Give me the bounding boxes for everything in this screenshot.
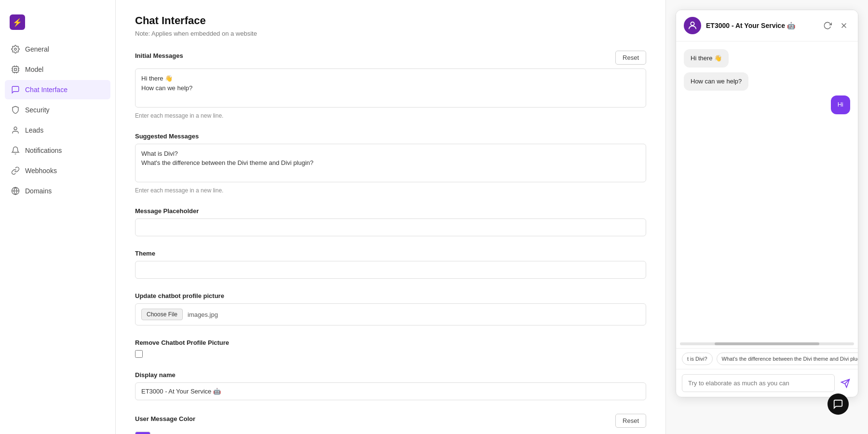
user-message-color-section: User Message Color Reset — [135, 414, 646, 434]
suggestion-chip-2[interactable]: What's the difference between the Divi t… — [717, 353, 858, 365]
sidebar-item-label: Security — [25, 106, 50, 114]
refresh-button[interactable] — [821, 19, 834, 32]
message-bubble-1: Hi there 👋 — [684, 49, 729, 68]
sidebar-item-label: Leads — [25, 126, 43, 134]
file-name: images.jpg — [188, 311, 218, 318]
cpu-icon — [11, 65, 20, 74]
chat-messages: Hi there 👋 How can we help? Hi — [676, 41, 858, 342]
color-swatch[interactable] — [135, 432, 150, 434]
svg-point-11 — [14, 127, 17, 130]
page-note: Note: Applies when embedded on a website — [135, 30, 646, 37]
initial-messages-section: Initial Messages Reset Hi there 👋 How ca… — [135, 51, 646, 119]
chat-preview-panel: ET3000 - At Your Service 🤖 Hi there 👋 Ho… — [665, 0, 868, 434]
message-bubble-3: Hi — [831, 95, 850, 114]
sidebar-item-leads[interactable]: Leads — [5, 121, 110, 140]
choose-file-button[interactable]: Choose File — [141, 309, 183, 320]
theme-section: Theme lig — [135, 250, 646, 279]
svg-point-14 — [691, 22, 694, 26]
sidebar-item-label: Notifications — [25, 147, 62, 154]
bell-icon — [11, 146, 20, 155]
sidebar-item-label: Model — [25, 66, 43, 73]
display-name-section: Display name — [135, 371, 646, 400]
sidebar-item-label: Chat Interface — [25, 86, 68, 94]
main-content: Chat Interface Note: Applies when embedd… — [116, 0, 665, 434]
close-chat-button[interactable] — [838, 19, 850, 32]
sidebar-item-label: General — [25, 45, 49, 53]
svg-point-0 — [14, 48, 17, 51]
theme-input[interactable]: lig — [135, 261, 646, 279]
sidebar: ⚡ General Model Chat Interface Security — [0, 0, 116, 434]
sidebar-nav: General Model Chat Interface Security Le — [0, 40, 115, 201]
suggestion-chip-1[interactable]: t is Divi? — [682, 353, 713, 365]
display-name-input[interactable] — [135, 382, 646, 400]
chat-widget: ET3000 - At Your Service 🤖 Hi there 👋 Ho… — [676, 10, 858, 397]
chat-header: ET3000 - At Your Service 🤖 — [676, 10, 858, 41]
initial-messages-hint: Enter each message in a new line. — [135, 112, 646, 119]
sidebar-item-domains[interactable]: Domains — [5, 181, 110, 201]
chat-float-button[interactable] — [827, 393, 849, 415]
suggested-messages-section: Suggested Messages What is Divi? What's … — [135, 133, 646, 194]
sidebar-item-label: Webhooks — [25, 167, 57, 175]
link-icon — [11, 166, 20, 176]
sidebar-item-chat-interface[interactable]: Chat Interface — [5, 80, 110, 99]
chat-suggestions: t is Divi? What's the difference between… — [676, 348, 858, 369]
initial-messages-textarea-wrapper: Hi there 👋 How can we help? — [135, 68, 646, 109]
scrollbar-thumb — [715, 342, 819, 345]
chat-input-area — [676, 369, 858, 397]
suggested-messages-hint: Enter each message in a new line. — [135, 187, 646, 194]
shield-icon — [11, 105, 20, 115]
suggested-messages-textarea-wrapper: What is Divi? What's the difference betw… — [135, 144, 646, 185]
svg-rect-1 — [13, 67, 18, 72]
chat-input[interactable] — [682, 374, 835, 392]
user-message-color-reset-button[interactable]: Reset — [615, 414, 646, 428]
chat-send-button[interactable] — [839, 377, 852, 390]
chat-avatar — [684, 17, 701, 34]
suggested-messages-label: Suggested Messages — [135, 133, 646, 140]
remove-profile-checkbox-wrapper — [135, 350, 646, 358]
initial-messages-header: Initial Messages Reset — [135, 51, 646, 65]
sidebar-item-model[interactable]: Model — [5, 60, 110, 79]
message-bubble-2: How can we help? — [684, 72, 748, 91]
file-input-wrapper: Choose File images.jpg — [135, 303, 646, 326]
sidebar-item-security[interactable]: Security — [5, 100, 110, 120]
message-placeholder-label: Message Placeholder — [135, 207, 646, 215]
initial-messages-textarea[interactable]: Hi there 👋 How can we help? — [135, 68, 646, 108]
theme-label: Theme — [135, 250, 646, 257]
user-message-color-label: User Message Color — [135, 415, 195, 422]
message-placeholder-input[interactable]: Try to elaborate as much as you can — [135, 218, 646, 236]
sidebar-logo: ⚡ — [0, 10, 115, 40]
display-name-label: Display name — [135, 371, 646, 379]
remove-profile-label: Remove Chatbot Profile Picture — [135, 339, 646, 346]
remove-profile-section: Remove Chatbot Profile Picture — [135, 339, 646, 358]
page-title: Chat Interface — [135, 14, 646, 27]
remove-profile-checkbox[interactable] — [135, 350, 143, 358]
profile-picture-section: Update chatbot profile picture Choose Fi… — [135, 292, 646, 326]
sidebar-item-webhooks[interactable]: Webhooks — [5, 161, 110, 180]
sidebar-item-general[interactable]: General — [5, 40, 110, 59]
suggestions-scrollbar — [680, 342, 854, 345]
sidebar-item-label: Domains — [25, 187, 52, 195]
user-icon — [11, 125, 20, 135]
settings-icon — [11, 44, 20, 54]
svg-rect-2 — [14, 68, 17, 71]
message-placeholder-section: Message Placeholder Try to elaborate as … — [135, 207, 646, 236]
initial-messages-reset-button[interactable]: Reset — [615, 51, 646, 65]
profile-picture-label: Update chatbot profile picture — [135, 292, 646, 299]
suggested-messages-textarea[interactable]: What is Divi? What's the difference betw… — [135, 144, 646, 183]
message-square-icon — [11, 85, 20, 95]
sidebar-item-notifications[interactable]: Notifications — [5, 141, 110, 160]
globe-icon — [11, 186, 20, 196]
logo-icon: ⚡ — [10, 14, 25, 30]
chat-header-left: ET3000 - At Your Service 🤖 — [684, 17, 795, 34]
user-message-color-header: User Message Color Reset — [135, 414, 646, 428]
chat-bot-name: ET3000 - At Your Service 🤖 — [706, 22, 795, 29]
chat-header-actions — [821, 19, 850, 32]
initial-messages-label: Initial Messages — [135, 52, 183, 59]
